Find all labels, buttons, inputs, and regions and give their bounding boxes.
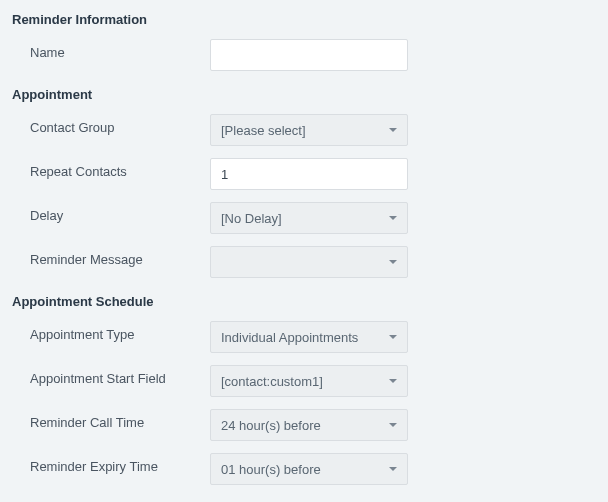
- label-reminder-message: Reminder Message: [30, 246, 210, 267]
- row-reminder-message: Reminder Message: [0, 240, 608, 284]
- chevron-down-icon: [389, 467, 397, 471]
- row-appointment-type: Appointment Type Individual Appointments: [0, 315, 608, 359]
- reminder-expiry-time-selected: 01 hour(s) before: [221, 462, 321, 477]
- row-contact-group: Contact Group [Please select]: [0, 108, 608, 152]
- chevron-down-icon: [389, 260, 397, 264]
- appointment-type-selected: Individual Appointments: [221, 330, 358, 345]
- chevron-down-icon: [389, 128, 397, 132]
- row-appointment-start-field: Appointment Start Field [contact:custom1…: [0, 359, 608, 403]
- row-repeat-contacts: Repeat Contacts: [0, 152, 608, 196]
- contact-group-select[interactable]: [Please select]: [210, 114, 408, 146]
- label-name: Name: [30, 39, 210, 60]
- name-input[interactable]: [210, 39, 408, 71]
- row-delay: Delay [No Delay]: [0, 196, 608, 240]
- label-contact-group: Contact Group: [30, 114, 210, 135]
- section-header-appointment-schedule: Appointment Schedule: [0, 294, 608, 315]
- appointment-type-select[interactable]: Individual Appointments: [210, 321, 408, 353]
- repeat-contacts-input[interactable]: [210, 158, 408, 190]
- label-delay: Delay: [30, 202, 210, 223]
- delay-selected: [No Delay]: [221, 211, 282, 226]
- label-appointment-start-field: Appointment Start Field: [30, 365, 210, 386]
- reminder-call-time-selected: 24 hour(s) before: [221, 418, 321, 433]
- label-repeat-contacts: Repeat Contacts: [30, 158, 210, 179]
- reminder-expiry-time-select[interactable]: 01 hour(s) before: [210, 453, 408, 485]
- section-header-appointment: Appointment: [0, 87, 608, 108]
- chevron-down-icon: [389, 216, 397, 220]
- row-name: Name: [0, 33, 608, 77]
- row-reminder-expiry-time: Reminder Expiry Time 01 hour(s) before: [0, 447, 608, 491]
- appointment-start-field-selected: [contact:custom1]: [221, 374, 323, 389]
- contact-group-selected: [Please select]: [221, 123, 306, 138]
- delay-select[interactable]: [No Delay]: [210, 202, 408, 234]
- label-reminder-call-time: Reminder Call Time: [30, 409, 210, 430]
- reminder-call-time-select[interactable]: 24 hour(s) before: [210, 409, 408, 441]
- chevron-down-icon: [389, 423, 397, 427]
- section-header-reminder-information: Reminder Information: [0, 12, 608, 33]
- reminder-message-select[interactable]: [210, 246, 408, 278]
- chevron-down-icon: [389, 335, 397, 339]
- row-reminder-call-time: Reminder Call Time 24 hour(s) before: [0, 403, 608, 447]
- label-appointment-type: Appointment Type: [30, 321, 210, 342]
- label-reminder-expiry-time: Reminder Expiry Time: [30, 453, 210, 474]
- chevron-down-icon: [389, 379, 397, 383]
- appointment-start-field-select[interactable]: [contact:custom1]: [210, 365, 408, 397]
